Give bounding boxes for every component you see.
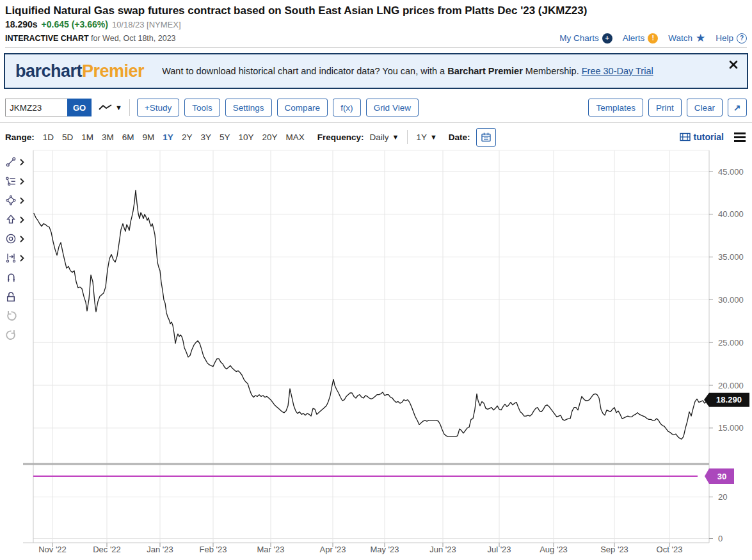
range-3m[interactable]: 3M xyxy=(102,132,114,142)
go-button[interactable]: GO xyxy=(67,99,92,116)
tutorial-link[interactable]: tutorial xyxy=(680,132,724,142)
svg-text:Mar '23: Mar '23 xyxy=(257,545,285,554)
measure-tool[interactable] xyxy=(5,252,24,264)
svg-text:Feb '23: Feb '23 xyxy=(200,545,227,554)
alert-circle-icon: ! xyxy=(648,33,658,44)
polygon-icon xyxy=(5,195,17,206)
star-icon: ★ xyxy=(696,33,705,44)
period-dropdown[interactable]: 1Y ▼ xyxy=(416,132,436,142)
svg-text:0: 0 xyxy=(718,534,723,543)
header-links: My Charts + Alerts ! Watch ★ Help ? xyxy=(559,33,747,44)
range-6m[interactable]: 6M xyxy=(122,132,134,142)
help-circle-icon: ? xyxy=(737,33,747,44)
settings-button[interactable]: Settings xyxy=(225,99,272,116)
polygon-tool[interactable] xyxy=(5,195,24,206)
frequency-dropdown[interactable]: Daily ▼ xyxy=(370,132,399,142)
chevron-right-icon xyxy=(20,178,24,185)
grid-view-button[interactable]: Grid View xyxy=(366,99,419,116)
watch-link[interactable]: Watch ★ xyxy=(668,33,705,44)
fibonacci-tool[interactable] xyxy=(5,175,24,187)
diagonal-arrow-icon: ↗ xyxy=(733,103,740,113)
chevron-right-icon xyxy=(20,197,24,204)
undo-icon xyxy=(5,310,17,322)
range-1d[interactable]: 1D xyxy=(43,132,54,142)
trendline-icon xyxy=(5,156,17,168)
svg-text:Oct '23: Oct '23 xyxy=(657,545,683,554)
range-1m[interactable]: 1M xyxy=(81,132,93,142)
range-9m[interactable]: 9M xyxy=(143,132,155,142)
calendar-button[interactable] xyxy=(476,128,496,147)
svg-text:45.000: 45.000 xyxy=(718,167,744,177)
range-2y[interactable]: 2Y xyxy=(182,132,193,142)
chevron-down-icon: ▼ xyxy=(392,133,399,141)
svg-text:May '23: May '23 xyxy=(370,545,399,554)
range-3y[interactable]: 3Y xyxy=(200,132,211,142)
symbol-input[interactable] xyxy=(5,99,67,116)
templates-button[interactable]: Templates xyxy=(588,99,643,116)
svg-text:35.000: 35.000 xyxy=(718,252,744,262)
fx-button[interactable]: f(x) xyxy=(333,99,361,116)
range-20y[interactable]: 20Y xyxy=(262,132,277,142)
add-study-button[interactable]: +Study xyxy=(137,99,179,116)
svg-text:Jan '23: Jan '23 xyxy=(147,545,173,554)
range-10y[interactable]: 10Y xyxy=(238,132,253,142)
svg-text:Jun '23: Jun '23 xyxy=(429,545,456,554)
range-5d[interactable]: 5D xyxy=(62,132,73,142)
magnet-icon xyxy=(5,271,17,284)
unlock-icon xyxy=(5,291,17,303)
last-price: 18.290s xyxy=(5,19,38,29)
quote-date-exchange: 10/18/23 [NYMEX] xyxy=(112,20,181,29)
quote-summary: 18.290s +0.645 (+3.66%) 10/18/23 [NYMEX] xyxy=(5,19,747,29)
alerts-link[interactable]: Alerts ! xyxy=(623,33,659,44)
chevron-down-icon: ▼ xyxy=(430,133,437,141)
fibonacci-icon xyxy=(5,175,17,187)
lock-tool[interactable] xyxy=(5,291,17,303)
range-1y-selected[interactable]: 1Y xyxy=(163,132,173,142)
section-heading: INTERACTIVE CHART for Wed, Oct 18th, 202… xyxy=(5,34,176,43)
undo-button[interactable] xyxy=(5,310,17,322)
drawing-tools-sidebar xyxy=(0,145,32,560)
ellipse-tool[interactable] xyxy=(5,233,24,244)
plus-circle-icon: + xyxy=(602,33,612,44)
svg-text:30: 30 xyxy=(717,472,726,481)
compare-button[interactable]: Compare xyxy=(277,99,328,116)
hamburger-icon[interactable] xyxy=(733,131,747,143)
my-charts-link[interactable]: My Charts + xyxy=(559,33,612,44)
price-change: +0.645 (+3.66%) xyxy=(42,19,108,29)
film-icon xyxy=(680,132,691,141)
chart-type-dropdown[interactable]: ▼ xyxy=(98,103,122,112)
svg-text:25.000: 25.000 xyxy=(718,338,744,348)
chart-toolbar: GO ▼ +Study Tools Settings Compare f(x) … xyxy=(0,99,752,123)
svg-text:Sep '23: Sep '23 xyxy=(600,545,628,554)
svg-text:Aug '23: Aug '23 xyxy=(540,545,568,554)
range-max[interactable]: MAX xyxy=(285,132,304,142)
banner-message: Want to download historical chart and in… xyxy=(162,66,653,76)
chart-panel: 45.00040.00035.00030.00025.00020.00015.0… xyxy=(0,145,752,560)
measure-icon xyxy=(5,252,17,264)
section-date: for Wed, Oct 18th, 2023 xyxy=(91,34,175,43)
range-bar: Range: 1D 5D 1M 3M 6M 9M 1Y 2Y 3Y 5Y 10Y… xyxy=(0,123,752,145)
range-label: Range: xyxy=(5,132,35,142)
print-button[interactable]: Print xyxy=(648,99,682,116)
free-trial-link[interactable]: Free 30-Day Trial xyxy=(582,66,653,76)
page-header: Liquified Natural Gas swap futures contr… xyxy=(0,0,752,48)
expand-chart-button[interactable]: ↗ xyxy=(728,99,747,116)
line-chart-type-icon xyxy=(98,103,113,112)
svg-text:20.000: 20.000 xyxy=(718,381,744,390)
page-title: Liquified Natural Gas swap futures contr… xyxy=(5,4,747,18)
arrow-tool[interactable] xyxy=(5,214,24,225)
range-5y[interactable]: 5Y xyxy=(220,132,230,142)
trendline-tool[interactable] xyxy=(5,156,24,168)
redo-button[interactable] xyxy=(5,329,17,341)
chevron-right-icon xyxy=(20,159,24,166)
tools-button[interactable]: Tools xyxy=(184,99,220,116)
svg-text:18.290: 18.290 xyxy=(716,395,742,404)
close-icon[interactable] xyxy=(729,60,738,69)
price-chart-svg[interactable]: 45.00040.00035.00030.00025.00020.00015.0… xyxy=(0,145,752,560)
svg-text:40.000: 40.000 xyxy=(718,209,744,219)
magnet-tool[interactable] xyxy=(5,271,17,284)
chevron-right-icon xyxy=(20,236,24,243)
svg-text:Nov '22: Nov '22 xyxy=(38,545,67,554)
clear-button[interactable]: Clear xyxy=(687,99,723,116)
help-link[interactable]: Help ? xyxy=(716,33,747,44)
